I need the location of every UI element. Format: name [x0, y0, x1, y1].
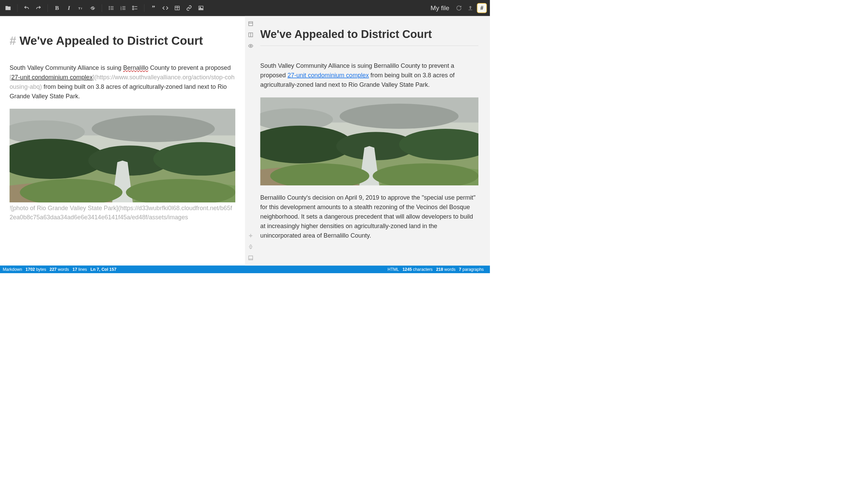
svg-point-4: [109, 6, 110, 7]
toolbar-right: #: [454, 3, 487, 13]
svg-rect-9: [111, 9, 114, 9]
upload-button[interactable]: [466, 3, 475, 13]
link-button[interactable]: [184, 3, 194, 13]
svg-point-8: [109, 9, 110, 10]
heading-button[interactable]: TT: [76, 3, 86, 13]
preview-hr: [260, 45, 478, 46]
svg-rect-7: [111, 8, 114, 8]
svg-rect-13: [122, 8, 125, 8]
svg-rect-47: [249, 256, 253, 260]
editor-paragraph-1: South Valley Community Alliance is suing…: [9, 63, 235, 101]
svg-point-52: [340, 104, 459, 129]
status-format-left: Markdown: [3, 267, 22, 272]
view-preview-button[interactable]: [247, 42, 255, 50]
scroll-sync-button[interactable]: [247, 243, 255, 251]
editor-link-text: 27-unit condominium complex: [11, 74, 93, 81]
view-switcher: [245, 16, 256, 265]
unordered-list-button[interactable]: [106, 3, 116, 13]
checklist-button[interactable]: [130, 3, 140, 13]
preview-wrapper: We've Appealed to District Court South V…: [245, 16, 490, 265]
toolbar-divider: [102, 4, 102, 12]
strikethrough-button[interactable]: S: [87, 3, 97, 13]
svg-rect-16: [133, 6, 134, 7]
svg-rect-5: [111, 6, 114, 7]
toolbar: B I TT S 123 ” My file: [0, 0, 490, 16]
svg-text:T: T: [81, 7, 82, 10]
status-rwords-count: 218: [436, 267, 443, 271]
svg-rect-11: [122, 6, 125, 7]
heading-hash: #: [9, 34, 19, 47]
svg-rect-36: [249, 22, 253, 26]
bold-button[interactable]: B: [52, 3, 62, 13]
preview-image: [260, 97, 478, 185]
preview-link[interactable]: 27-unit condominium complex: [288, 72, 369, 79]
status-format-right: HTML: [388, 267, 399, 272]
status-paras-count: 7: [459, 267, 461, 271]
heading-text: We've Appealed to District Court: [19, 34, 203, 47]
focus-mode-button[interactable]: [247, 232, 255, 240]
editor-image-markdown: ![photo of Rio Grande Valley State Park]…: [9, 204, 235, 222]
redo-button[interactable]: [34, 3, 43, 13]
editor-pane[interactable]: # We've Appealed to District Court South…: [0, 16, 245, 265]
spellcheck-word: Bernalillo: [123, 64, 148, 71]
svg-point-41: [250, 235, 251, 236]
view-top-bottom-button[interactable]: [247, 20, 255, 28]
svg-point-6: [109, 7, 110, 8]
toolbar-left: B I TT S 123 ”: [3, 3, 206, 13]
italic-button[interactable]: I: [64, 3, 74, 13]
table-button[interactable]: [172, 3, 182, 13]
status-bytes-count: 1702: [25, 267, 35, 271]
open-file-button[interactable]: [3, 3, 13, 13]
editor-image-preview: [9, 109, 235, 203]
ordered-list-button[interactable]: 123: [118, 3, 128, 13]
svg-text:T: T: [78, 6, 80, 10]
preview-heading: We've Appealed to District Court: [260, 26, 478, 43]
toolbar-divider: [48, 4, 48, 12]
preview-paragraph-2: Bernalillo County's decision on April 9,…: [260, 193, 478, 240]
undo-button[interactable]: [22, 3, 32, 13]
status-bar: Markdown 1702 bytes 227 words 17 lines L…: [0, 265, 490, 273]
editor-heading: # We've Appealed to District Court: [9, 32, 235, 50]
main-split: # We've Appealed to District Court South…: [0, 16, 490, 265]
code-button[interactable]: [160, 3, 170, 13]
status-words-count: 227: [50, 267, 57, 271]
svg-rect-15: [122, 9, 125, 9]
preview-pane: We've Appealed to District Court South V…: [256, 16, 490, 265]
image-button[interactable]: [196, 3, 206, 13]
toolbar-divider: [144, 4, 144, 12]
svg-text:3: 3: [120, 8, 121, 11]
file-title: My file: [431, 4, 449, 12]
view-side-by-side-button[interactable]: [247, 31, 255, 39]
svg-rect-18: [133, 8, 134, 10]
sync-button[interactable]: [454, 3, 464, 13]
svg-point-40: [250, 45, 251, 46]
preview-paragraph-1: South Valley Community Alliance is suing…: [260, 61, 478, 90]
status-lines-count: 17: [73, 267, 77, 271]
status-chars-count: 1245: [402, 267, 412, 271]
blockquote-button[interactable]: ”: [149, 3, 158, 13]
svg-point-28: [92, 116, 215, 142]
status-cursor-pos: Ln 7, Col 157: [91, 267, 117, 272]
app-logo-icon[interactable]: #: [477, 3, 487, 13]
layout-toggle-button[interactable]: [247, 254, 255, 262]
toolbar-divider: [17, 4, 18, 12]
